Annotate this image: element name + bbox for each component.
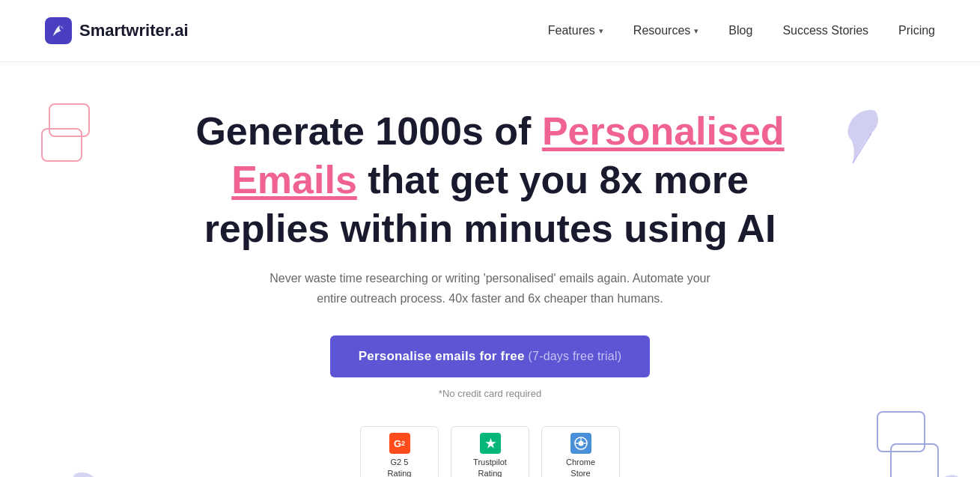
feather-icon-top-right [841, 107, 883, 170]
trustpilot-badge: ★ TrustpilotRating ★ ★ ★ ★ ★ 2022 [451, 426, 529, 477]
trustpilot-icon: ★ [480, 433, 501, 454]
nav-link-resources[interactable]: Resources ▾ [633, 24, 699, 37]
nav-links: Features ▾ Resources ▾ Blog Success Stor… [548, 24, 935, 37]
deco-square-2 [41, 128, 82, 162]
nav-item-blog[interactable]: Blog [728, 24, 752, 37]
free-trial-label: (7-days free trial) [529, 350, 622, 362]
logo-link[interactable]: Smartwriter.ai [45, 17, 189, 44]
g2-badge: G2 G2 5Rating ★ ★ ★ ★ ★ 2022 [360, 426, 439, 477]
rating-badges: G2 G2 5Rating ★ ★ ★ ★ ★ 2022 ★ Trustpilo… [360, 426, 620, 477]
nav-link-blog[interactable]: Blog [728, 24, 752, 37]
hero-subtitle: Never waste time researching or writing … [258, 268, 722, 309]
hero-title: Generate 1000s of Personalised Emails th… [172, 107, 809, 253]
chevron-down-icon: ▾ [694, 26, 699, 36]
nav-link-success-stories[interactable]: Success Stories [782, 24, 868, 37]
no-credit-card-text: *No credit card required [439, 388, 541, 399]
nav-item-resources[interactable]: Resources ▾ [633, 24, 699, 37]
deco-square-br-2 [890, 443, 939, 477]
svg-point-1 [578, 441, 583, 446]
chrome-icon [570, 433, 591, 454]
trustpilot-label: TrustpilotRating [473, 457, 507, 477]
nav-item-features[interactable]: Features ▾ [548, 24, 603, 37]
nav-item-pricing[interactable]: Pricing [898, 24, 935, 37]
chevron-down-icon: ▾ [599, 26, 603, 36]
nav-item-success-stories[interactable]: Success Stories [782, 24, 868, 37]
g2-icon: G2 [389, 433, 410, 454]
hero-section: Generate 1000s of Personalised Emails th… [0, 62, 980, 477]
feather-icon-bottom-left [67, 470, 109, 477]
nav-link-pricing[interactable]: Pricing [898, 24, 935, 37]
chrome-store-badge: ChromeStore ★ ★ ★ ★ ★ 2022 [541, 426, 620, 477]
chrome-label: ChromeStore [566, 457, 595, 477]
nav-link-features[interactable]: Features ▾ [548, 24, 603, 37]
decorative-squares-bottom-right [877, 411, 939, 477]
logo-text: Smartwriter.ai [79, 21, 189, 40]
decorative-squares-top-left [41, 103, 90, 162]
cta-button[interactable]: Personalise emails for free (7-days free… [330, 335, 650, 377]
logo-icon [45, 17, 72, 44]
navbar: Smartwriter.ai Features ▾ Resources ▾ Bl… [0, 0, 980, 62]
g2-label: G2 5Rating [388, 457, 412, 477]
feather-icon-bottom-right [928, 474, 965, 477]
